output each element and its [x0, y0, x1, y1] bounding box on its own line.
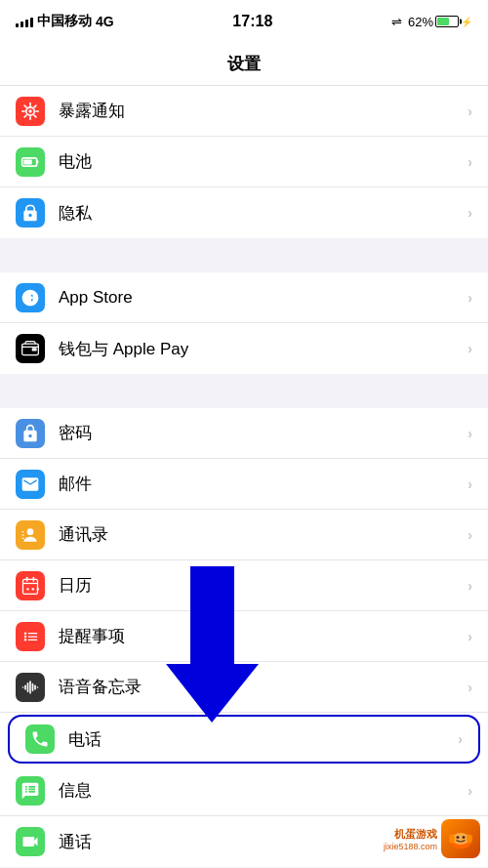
svg-point-43: [463, 836, 466, 839]
watermark-logo: [441, 819, 480, 858]
svg-point-44: [449, 835, 455, 844]
calendar-icon: ● ● ●: [20, 576, 40, 596]
appstore-icon-wrap: A: [16, 283, 45, 312]
calendar-icon-wrap: ● ● ●: [16, 571, 45, 600]
appstore-label: App Store: [59, 288, 468, 308]
calendar-label: 日历: [59, 574, 468, 597]
phone-label: 电话: [68, 728, 458, 751]
list-item-mail[interactable]: 邮件 ›: [0, 459, 488, 510]
watermark-icon: [446, 824, 475, 853]
password-chevron: ›: [468, 426, 472, 441]
contacts-chevron: ›: [468, 527, 472, 543]
messages-label: 信息: [59, 779, 468, 802]
battery-icon-wrap: [16, 147, 45, 177]
svg-rect-11: [37, 160, 39, 163]
list-item-phone[interactable]: 电话 ›: [8, 715, 480, 764]
page-title: 设置: [227, 53, 261, 75]
voice-label: 语音备忘录: [59, 676, 468, 698]
svg-point-27: [24, 635, 27, 638]
facetime-icon-wrap: [16, 827, 45, 856]
charging-icon: ⚡: [461, 17, 472, 27]
messages-icon: [20, 781, 40, 801]
svg-line-9: [24, 115, 26, 117]
reminders-chevron: ›: [468, 629, 472, 644]
status-right: ⇌ 62% ⚡: [391, 15, 472, 29]
svg-point-26: [24, 632, 27, 635]
battery-settings-icon: [20, 152, 40, 172]
reminders-icon: [20, 627, 40, 646]
watermark: 机蛋游戏 jixie5188.com: [384, 819, 480, 858]
section-2: A App Store › 钱包与 Apple Pay ›: [0, 272, 488, 374]
svg-point-1: [28, 109, 31, 112]
phone-chevron: ›: [458, 731, 463, 747]
privacy-icon: [20, 203, 40, 223]
svg-text:A: A: [23, 295, 28, 302]
list-item-calendar[interactable]: ● ● ● 日历 ›: [0, 560, 488, 611]
list-item-exposure[interactable]: 暴露通知 ›: [0, 86, 488, 137]
battery-chevron: ›: [468, 154, 472, 170]
list-item-contacts[interactable]: 通讯录 ›: [0, 510, 488, 560]
reminders-icon-wrap: [16, 622, 45, 651]
list-item-battery[interactable]: 电池 ›: [0, 137, 488, 187]
password-icon: [20, 424, 40, 443]
contacts-icon: [20, 525, 40, 545]
phone-icon: [30, 729, 50, 749]
exposure-label: 暴露通知: [59, 100, 468, 122]
appstore-icon: A: [20, 288, 40, 308]
list-item-reminders[interactable]: 提醒事项 ›: [0, 611, 488, 662]
password-icon-wrap: [16, 419, 45, 448]
section-gap-1: [0, 238, 488, 272]
wallet-chevron: ›: [468, 341, 472, 356]
wallet-label: 钱包与 Apple Pay: [59, 338, 468, 360]
privacy-icon-wrap: [16, 198, 45, 227]
svg-point-45: [467, 835, 472, 844]
battery-icon: [435, 16, 459, 27]
phone-icon-wrap: [25, 724, 55, 754]
privacy-chevron: ›: [468, 205, 472, 221]
svg-rect-12: [23, 159, 31, 164]
list-item-messages[interactable]: 信息 ›: [0, 765, 488, 816]
carrier-name: 中国移动: [37, 13, 92, 30]
svg-line-6: [24, 105, 26, 107]
list-item-password[interactable]: 密码 ›: [0, 408, 488, 459]
mail-chevron: ›: [468, 476, 472, 492]
carrier-info: 中国移动 4G: [16, 13, 114, 30]
wifi-icon: ⇌: [391, 15, 402, 29]
messages-icon-wrap: [16, 776, 45, 806]
section-3: 密码 › 邮件 › 通讯录: [0, 408, 488, 867]
settings-container: 暴露通知 › 电池 › 隐私 ›: [0, 86, 488, 867]
mail-icon-wrap: [16, 470, 45, 499]
svg-point-28: [24, 639, 27, 641]
calendar-chevron: ›: [468, 578, 472, 594]
list-item-wallet[interactable]: 钱包与 Apple Pay ›: [0, 323, 488, 374]
watermark-label: 机蛋游戏: [384, 827, 437, 842]
privacy-label: 隐私: [59, 202, 468, 225]
exposure-icon-wrap: [16, 97, 45, 126]
wallet-icon: [20, 339, 40, 358]
battery-fill: [437, 18, 449, 25]
network-type: 4G: [96, 14, 114, 29]
reminders-label: 提醒事项: [59, 625, 468, 647]
list-item-privacy[interactable]: 隐私 ›: [0, 187, 488, 238]
watermark-site: jixie5188.com: [384, 842, 437, 851]
mail-icon: [20, 475, 40, 494]
svg-line-8: [34, 105, 36, 107]
exposure-icon: [20, 102, 40, 121]
status-bar: 中国移动 4G 17:18 ⇌ 62% ⚡: [0, 0, 488, 43]
list-item-appstore[interactable]: A App Store ›: [0, 272, 488, 323]
messages-chevron: ›: [468, 783, 472, 799]
signal-icon: [16, 16, 33, 27]
svg-point-17: [27, 528, 34, 535]
appstore-chevron: ›: [468, 290, 472, 306]
section-gap-2: [0, 374, 488, 408]
svg-text:● ● ●: ● ● ●: [26, 586, 40, 592]
voice-icon-wrap: [16, 673, 45, 702]
password-label: 密码: [59, 422, 468, 444]
battery-label: 电池: [59, 150, 468, 173]
voice-chevron: ›: [468, 680, 472, 695]
time-display: 17:18: [232, 13, 272, 30]
svg-rect-15: [32, 348, 37, 351]
list-item-voice[interactable]: 语音备忘录 ›: [0, 662, 488, 713]
section-1: 暴露通知 › 电池 › 隐私 ›: [0, 86, 488, 238]
contacts-label: 通讯录: [59, 523, 468, 546]
